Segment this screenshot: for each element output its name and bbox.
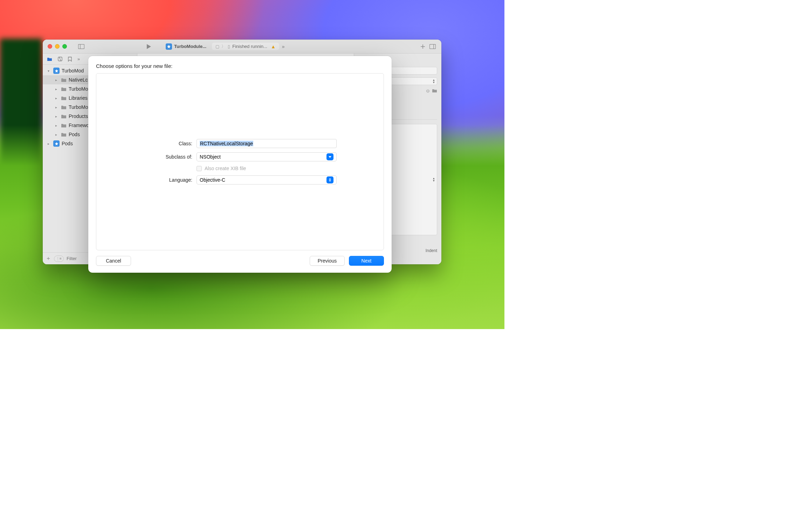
xib-label: Also create XIB file xyxy=(205,166,246,171)
recent-filter-icon[interactable]: ⋮≡ xyxy=(54,256,64,262)
stepper-icon: ▴▾ xyxy=(433,177,435,182)
xib-checkbox[interactable] xyxy=(197,166,202,171)
activity-status[interactable]: ▢ 〉 ▯ Finished runnin... ▲ xyxy=(212,43,279,50)
scheme-selector[interactable]: TurboModule... xyxy=(163,42,209,51)
app-icon xyxy=(166,43,172,50)
language-select[interactable]: Objective-C xyxy=(197,175,337,184)
class-value: RCTNativeLocalStorage xyxy=(200,141,253,146)
language-value: Objective-C xyxy=(200,177,225,183)
folder-icon xyxy=(61,114,67,119)
subclass-value: NSObject xyxy=(200,154,221,160)
disclosure-closed-icon[interactable]: ▸ xyxy=(55,105,59,109)
folder-icon xyxy=(61,105,67,110)
xib-checkbox-row: Also create XIB file xyxy=(197,166,337,171)
class-label: Class: xyxy=(143,141,192,146)
inspector-toggle-icon[interactable] xyxy=(429,43,436,50)
folder-browse-icon[interactable] xyxy=(432,89,437,93)
svg-rect-0 xyxy=(78,44,84,49)
new-file-form: Class: RCTNativeLocalStorage Subclass of… xyxy=(143,139,337,184)
class-input[interactable]: RCTNativeLocalStorage xyxy=(197,139,337,148)
chevron-down-icon xyxy=(326,153,333,160)
library-button[interactable] xyxy=(419,43,427,50)
warning-icon: ▲ xyxy=(271,44,276,49)
folder-icon xyxy=(61,87,67,91)
window-controls xyxy=(48,44,67,49)
scheme-name: TurboModule... xyxy=(174,44,206,49)
disclosure-closed-icon[interactable]: ▸ xyxy=(55,133,59,137)
project-name: TurboMod xyxy=(62,68,84,74)
previous-button[interactable]: Previous xyxy=(310,256,345,266)
overflow-icon[interactable]: » xyxy=(282,44,285,49)
language-label: Language: xyxy=(143,177,192,183)
pods-project-icon xyxy=(53,140,60,147)
disclosure-closed-icon[interactable]: ▸ xyxy=(55,87,59,91)
minimize-button[interactable] xyxy=(55,44,60,49)
tree-item-label: Framewo xyxy=(69,123,89,128)
project-navigator-tab[interactable] xyxy=(47,57,52,62)
tree-item-label: Products xyxy=(69,113,88,119)
stepper-icon: ▴▾ xyxy=(433,79,435,84)
sheet-footer: Cancel Previous Next xyxy=(96,250,384,266)
minus-button[interactable]: ⊖ xyxy=(426,88,430,93)
tree-item-label: Libraries xyxy=(69,95,88,101)
disclosure-closed-icon[interactable]: ▸ xyxy=(55,114,59,118)
folder-icon xyxy=(61,123,67,128)
svg-line-7 xyxy=(59,57,61,61)
disclosure-closed-icon[interactable]: ▸ xyxy=(55,78,59,82)
zoom-button[interactable] xyxy=(62,44,67,49)
titlebar: TurboModule... ▢ 〉 ▯ Finished runnin... … xyxy=(43,40,441,54)
sidebar-toggle-icon[interactable] xyxy=(77,43,85,50)
up-down-icon xyxy=(326,176,333,183)
disclosure-closed-icon[interactable]: ▸ xyxy=(55,96,59,100)
chevron-right-icon: 〉 xyxy=(221,43,226,49)
tree-item-label: TurboMo xyxy=(69,86,88,92)
pods-label: Pods xyxy=(62,141,73,146)
activity-app-icon: ▢ xyxy=(215,44,219,49)
folder-icon xyxy=(61,78,67,82)
folder-icon xyxy=(61,96,67,100)
svg-rect-4 xyxy=(430,44,436,49)
overflow-tab-icon[interactable]: » xyxy=(77,56,80,62)
tree-item-label: NativeLc xyxy=(69,77,88,83)
add-icon[interactable]: ＋ xyxy=(46,255,51,262)
folder-icon xyxy=(61,132,67,137)
disclosure-closed-icon[interactable]: ▸ xyxy=(48,142,51,146)
indent-label: Indent xyxy=(426,248,437,253)
subclass-label: Subclass of: xyxy=(143,154,192,160)
run-button[interactable] xyxy=(145,43,152,50)
device-icon: ▯ xyxy=(228,44,230,49)
close-button[interactable] xyxy=(48,44,52,49)
sheet-body: Class: RCTNativeLocalStorage Subclass of… xyxy=(96,73,384,250)
next-button[interactable]: Next xyxy=(349,256,384,266)
bookmark-tab[interactable] xyxy=(68,57,72,62)
source-control-tab[interactable] xyxy=(58,57,62,61)
status-text: Finished runnin... xyxy=(232,44,267,49)
cancel-button[interactable]: Cancel xyxy=(96,256,131,266)
disclosure-open-icon[interactable]: ▾ xyxy=(48,69,51,73)
new-file-sheet: Choose options for your new file: Class:… xyxy=(88,56,392,273)
project-icon xyxy=(53,68,60,74)
tree-item-label: Pods xyxy=(69,132,80,137)
tree-item-label: TurboMo xyxy=(69,104,88,110)
disclosure-closed-icon[interactable]: ▸ xyxy=(55,124,59,127)
sheet-title: Choose options for your new file: xyxy=(96,63,384,69)
subclass-select[interactable]: NSObject xyxy=(197,152,337,161)
